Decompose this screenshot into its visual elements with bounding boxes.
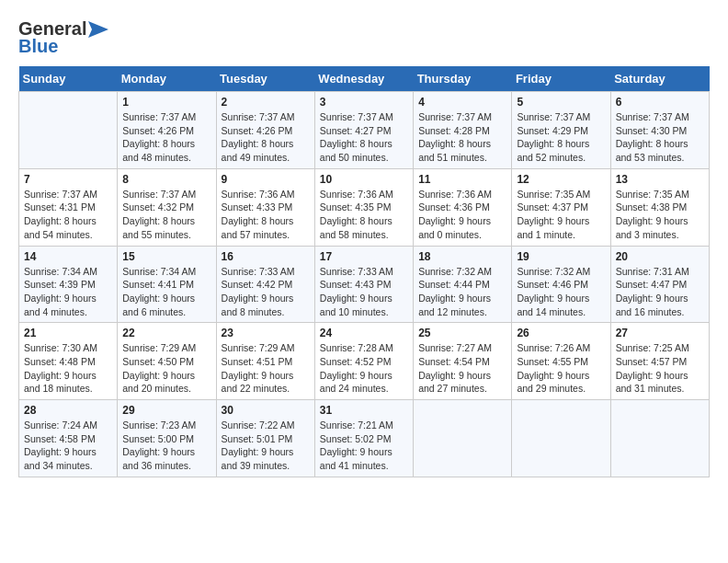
day-info: Sunrise: 7:34 AMSunset: 4:41 PMDaylight:… bbox=[122, 265, 210, 319]
day-info: Sunrise: 7:37 AMSunset: 4:26 PMDaylight:… bbox=[122, 110, 210, 165]
day-info: Sunrise: 7:32 AMSunset: 4:44 PMDaylight:… bbox=[418, 265, 506, 319]
day-number: 9 bbox=[222, 173, 310, 186]
day-number: 14 bbox=[24, 250, 112, 263]
calendar-cell: 16Sunrise: 7:33 AMSunset: 4:42 PMDayligh… bbox=[216, 246, 314, 323]
calendar-cell: 21Sunrise: 7:30 AMSunset: 4:48 PMDayligh… bbox=[19, 323, 118, 400]
calendar-cell: 2Sunrise: 7:37 AMSunset: 4:26 PMDaylight… bbox=[216, 92, 314, 169]
svg-marker-0 bbox=[88, 21, 108, 38]
day-number: 19 bbox=[517, 250, 605, 263]
day-info: Sunrise: 7:31 AMSunset: 4:47 PMDaylight:… bbox=[616, 265, 704, 319]
day-number: 2 bbox=[222, 96, 310, 109]
calendar-cell: 24Sunrise: 7:28 AMSunset: 4:52 PMDayligh… bbox=[314, 323, 413, 400]
calendar-cell: 18Sunrise: 7:32 AMSunset: 4:44 PMDayligh… bbox=[414, 246, 512, 323]
calendar-table: SundayMondayTuesdayWednesdayThursdayFrid… bbox=[18, 66, 710, 477]
day-info: Sunrise: 7:37 AMSunset: 4:30 PMDaylight:… bbox=[616, 110, 704, 165]
col-header-thursday: Thursday bbox=[414, 66, 512, 92]
day-info: Sunrise: 7:33 AMSunset: 4:43 PMDaylight:… bbox=[320, 265, 408, 319]
calendar-cell: 22Sunrise: 7:29 AMSunset: 4:50 PMDayligh… bbox=[118, 323, 216, 400]
col-header-wednesday: Wednesday bbox=[314, 66, 413, 92]
calendar-cell: 4Sunrise: 7:37 AMSunset: 4:28 PMDaylight… bbox=[414, 92, 512, 169]
day-info: Sunrise: 7:33 AMSunset: 4:42 PMDaylight:… bbox=[222, 265, 310, 319]
calendar-cell: 27Sunrise: 7:25 AMSunset: 4:57 PMDayligh… bbox=[610, 323, 709, 400]
day-number: 11 bbox=[418, 173, 506, 186]
calendar-cell bbox=[610, 400, 709, 477]
day-info: Sunrise: 7:29 AMSunset: 4:51 PMDaylight:… bbox=[222, 341, 310, 396]
day-info: Sunrise: 7:32 AMSunset: 4:46 PMDaylight:… bbox=[517, 265, 605, 319]
day-number: 7 bbox=[24, 173, 112, 186]
day-info: Sunrise: 7:35 AMSunset: 4:37 PMDaylight:… bbox=[517, 188, 605, 242]
calendar-cell: 6Sunrise: 7:37 AMSunset: 4:30 PMDaylight… bbox=[610, 92, 709, 169]
col-header-sunday: Sunday bbox=[19, 66, 118, 92]
day-number: 8 bbox=[122, 173, 210, 186]
day-info: Sunrise: 7:37 AMSunset: 4:29 PMDaylight:… bbox=[517, 110, 605, 165]
day-info: Sunrise: 7:28 AMSunset: 4:52 PMDaylight:… bbox=[320, 341, 408, 396]
day-number: 6 bbox=[616, 96, 704, 109]
calendar-cell: 3Sunrise: 7:37 AMSunset: 4:27 PMDaylight… bbox=[314, 92, 413, 169]
day-number: 21 bbox=[24, 327, 112, 339]
day-number: 15 bbox=[122, 250, 210, 263]
day-number: 31 bbox=[320, 404, 408, 417]
day-info: Sunrise: 7:37 AMSunset: 4:31 PMDaylight:… bbox=[24, 188, 112, 242]
day-number: 4 bbox=[418, 96, 506, 109]
day-info: Sunrise: 7:25 AMSunset: 4:57 PMDaylight:… bbox=[616, 341, 704, 396]
day-number: 5 bbox=[517, 96, 605, 109]
calendar-cell: 10Sunrise: 7:36 AMSunset: 4:35 PMDayligh… bbox=[314, 168, 413, 246]
calendar-cell bbox=[512, 400, 610, 477]
day-info: Sunrise: 7:34 AMSunset: 4:39 PMDaylight:… bbox=[24, 265, 112, 319]
day-info: Sunrise: 7:21 AMSunset: 5:02 PMDaylight:… bbox=[320, 419, 408, 473]
day-number: 13 bbox=[616, 173, 704, 186]
day-number: 26 bbox=[517, 327, 605, 339]
page-header: General Blue bbox=[18, 18, 710, 57]
calendar-cell: 30Sunrise: 7:22 AMSunset: 5:01 PMDayligh… bbox=[216, 400, 314, 477]
calendar-week-row: 1Sunrise: 7:37 AMSunset: 4:26 PMDaylight… bbox=[19, 92, 710, 169]
calendar-cell: 13Sunrise: 7:35 AMSunset: 4:38 PMDayligh… bbox=[610, 168, 709, 246]
calendar-week-row: 7Sunrise: 7:37 AMSunset: 4:31 PMDaylight… bbox=[19, 168, 710, 246]
day-number: 16 bbox=[222, 250, 310, 263]
logo-blue: Blue bbox=[18, 36, 58, 57]
day-info: Sunrise: 7:24 AMSunset: 4:58 PMDaylight:… bbox=[24, 419, 112, 473]
calendar-week-row: 14Sunrise: 7:34 AMSunset: 4:39 PMDayligh… bbox=[19, 246, 710, 323]
calendar-cell: 15Sunrise: 7:34 AMSunset: 4:41 PMDayligh… bbox=[118, 246, 216, 323]
calendar-cell: 1Sunrise: 7:37 AMSunset: 4:26 PMDaylight… bbox=[118, 92, 216, 169]
day-info: Sunrise: 7:27 AMSunset: 4:54 PMDaylight:… bbox=[418, 341, 506, 396]
logo: General Blue bbox=[18, 18, 108, 57]
calendar-cell: 26Sunrise: 7:26 AMSunset: 4:55 PMDayligh… bbox=[512, 323, 610, 400]
col-header-tuesday: Tuesday bbox=[216, 66, 314, 92]
day-number: 1 bbox=[122, 96, 210, 109]
calendar-cell: 5Sunrise: 7:37 AMSunset: 4:29 PMDaylight… bbox=[512, 92, 610, 169]
calendar-cell: 7Sunrise: 7:37 AMSunset: 4:31 PMDaylight… bbox=[19, 168, 118, 246]
day-info: Sunrise: 7:26 AMSunset: 4:55 PMDaylight:… bbox=[517, 341, 605, 396]
calendar-cell: 28Sunrise: 7:24 AMSunset: 4:58 PMDayligh… bbox=[19, 400, 118, 477]
col-header-friday: Friday bbox=[512, 66, 610, 92]
day-info: Sunrise: 7:37 AMSunset: 4:26 PMDaylight:… bbox=[222, 110, 310, 165]
calendar-cell: 8Sunrise: 7:37 AMSunset: 4:32 PMDaylight… bbox=[118, 168, 216, 246]
col-header-monday: Monday bbox=[118, 66, 216, 92]
day-number: 12 bbox=[517, 173, 605, 186]
calendar-cell: 19Sunrise: 7:32 AMSunset: 4:46 PMDayligh… bbox=[512, 246, 610, 323]
col-header-saturday: Saturday bbox=[610, 66, 709, 92]
day-info: Sunrise: 7:36 AMSunset: 4:33 PMDaylight:… bbox=[222, 188, 310, 242]
calendar-cell: 17Sunrise: 7:33 AMSunset: 4:43 PMDayligh… bbox=[314, 246, 413, 323]
day-number: 20 bbox=[616, 250, 704, 263]
day-number: 24 bbox=[320, 327, 408, 339]
day-info: Sunrise: 7:36 AMSunset: 4:35 PMDaylight:… bbox=[320, 188, 408, 242]
calendar-cell: 20Sunrise: 7:31 AMSunset: 4:47 PMDayligh… bbox=[610, 246, 709, 323]
day-number: 25 bbox=[418, 327, 506, 339]
day-info: Sunrise: 7:30 AMSunset: 4:48 PMDaylight:… bbox=[24, 341, 112, 396]
calendar-cell: 11Sunrise: 7:36 AMSunset: 4:36 PMDayligh… bbox=[414, 168, 512, 246]
day-info: Sunrise: 7:29 AMSunset: 4:50 PMDaylight:… bbox=[122, 341, 210, 396]
calendar-cell: 14Sunrise: 7:34 AMSunset: 4:39 PMDayligh… bbox=[19, 246, 118, 323]
day-info: Sunrise: 7:23 AMSunset: 5:00 PMDaylight:… bbox=[122, 419, 210, 473]
calendar-cell: 29Sunrise: 7:23 AMSunset: 5:00 PMDayligh… bbox=[118, 400, 216, 477]
day-info: Sunrise: 7:22 AMSunset: 5:01 PMDaylight:… bbox=[222, 419, 310, 473]
calendar-cell: 9Sunrise: 7:36 AMSunset: 4:33 PMDaylight… bbox=[216, 168, 314, 246]
calendar-cell: 12Sunrise: 7:35 AMSunset: 4:37 PMDayligh… bbox=[512, 168, 610, 246]
day-number: 22 bbox=[122, 327, 210, 339]
day-number: 27 bbox=[616, 327, 704, 339]
day-info: Sunrise: 7:37 AMSunset: 4:27 PMDaylight:… bbox=[320, 110, 408, 165]
calendar-week-row: 28Sunrise: 7:24 AMSunset: 4:58 PMDayligh… bbox=[19, 400, 710, 477]
day-info: Sunrise: 7:36 AMSunset: 4:36 PMDaylight:… bbox=[418, 188, 506, 242]
day-number: 18 bbox=[418, 250, 506, 263]
calendar-cell bbox=[19, 92, 118, 169]
day-number: 17 bbox=[320, 250, 408, 263]
